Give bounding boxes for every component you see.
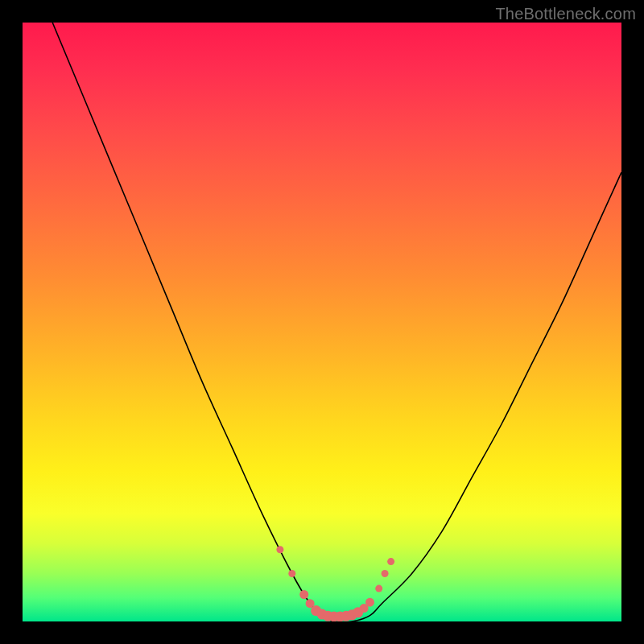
- bottleneck-curve: [52, 23, 621, 621]
- curve-layer: [23, 23, 621, 621]
- marker-dot: [288, 570, 295, 577]
- marker-dot: [276, 546, 283, 553]
- marker-dot: [365, 598, 374, 607]
- marker-dot: [375, 585, 382, 592]
- plot-area: [23, 23, 621, 621]
- watermark-text: TheBottleneck.com: [495, 5, 636, 23]
- marker-group: [276, 546, 394, 621]
- chart-frame: TheBottleneck.com: [0, 0, 644, 644]
- marker-dot: [387, 558, 394, 565]
- marker-dot: [299, 590, 308, 599]
- marker-dot: [382, 570, 389, 577]
